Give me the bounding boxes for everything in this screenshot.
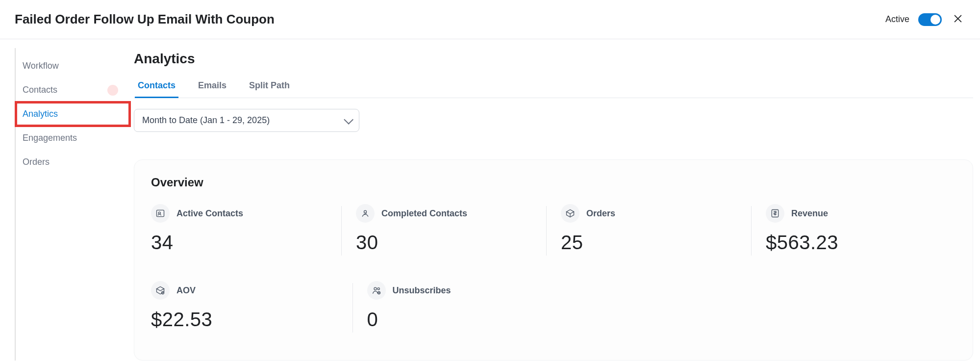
tab-label: Emails — [198, 80, 226, 90]
sidebar-item-workflow[interactable]: Workflow — [16, 54, 130, 78]
overview-card: Overview Active Contacts 34 — [134, 159, 973, 361]
metrics-row-1: Active Contacts 34 Completed Contacts 30 — [151, 204, 956, 254]
unsubscribes-icon — [367, 281, 386, 300]
sidebar-item-contacts[interactable]: Contacts — [16, 78, 130, 102]
svg-point-7 — [374, 287, 377, 290]
date-range-select[interactable]: Month to Date (Jan 1 - 29, 2025) — [134, 109, 359, 132]
body: Workflow Contacts Analytics Engagements … — [0, 39, 980, 361]
sidebar-item-analytics[interactable]: Analytics — [16, 102, 130, 126]
metric-orders: Orders 25 — [546, 204, 751, 254]
metric-value: 0 — [367, 309, 544, 331]
indicator-dot — [107, 85, 118, 96]
sidebar: Workflow Contacts Analytics Engagements … — [15, 48, 130, 361]
metrics-row-2: AOV $22.53 Unsubscribes 0 — [151, 281, 956, 331]
status-label: Active — [885, 14, 909, 25]
header-actions: Active — [885, 13, 965, 26]
tab-contacts[interactable]: Contacts — [138, 76, 176, 98]
completed-icon — [356, 204, 375, 223]
svg-point-3 — [158, 212, 160, 214]
metric-value: 25 — [561, 232, 741, 254]
aov-icon — [151, 281, 170, 300]
sidebar-item-label: Analytics — [23, 109, 58, 119]
metric-completed-contacts: Completed Contacts 30 — [341, 204, 546, 254]
close-icon[interactable] — [951, 13, 965, 26]
header-bar: Failed Order Follow Up Email With Coupon… — [0, 0, 980, 39]
metric-label: AOV — [176, 285, 196, 296]
sidebar-item-orders[interactable]: Orders — [16, 150, 130, 174]
svg-point-4 — [364, 210, 367, 213]
metric-active-contacts: Active Contacts 34 — [151, 204, 341, 254]
metric-unsubscribes: Unsubscribes 0 — [352, 281, 554, 331]
page-title: Failed Order Follow Up Email With Coupon — [15, 12, 275, 27]
metric-label: Revenue — [791, 208, 828, 219]
metric-label: Unsubscribes — [393, 285, 451, 296]
metric-aov: AOV $22.53 — [151, 281, 352, 331]
overview-title: Overview — [151, 176, 956, 189]
tab-label: Split Path — [249, 80, 290, 90]
tab-emails[interactable]: Emails — [198, 76, 226, 98]
contacts-icon — [151, 204, 170, 223]
metric-value: 34 — [151, 232, 331, 254]
metric-label: Orders — [586, 208, 615, 219]
sidebar-item-label: Workflow — [23, 61, 59, 71]
chevron-down-icon — [344, 114, 353, 124]
main: Analytics Contacts Emails Split Path Mon… — [130, 48, 980, 361]
revenue-icon — [766, 204, 784, 223]
sidebar-item-label: Engagements — [23, 133, 77, 143]
sidebar-item-label: Orders — [23, 157, 50, 167]
metric-value: 30 — [356, 232, 536, 254]
tab-split-path[interactable]: Split Path — [249, 76, 290, 98]
tab-label: Contacts — [138, 80, 176, 90]
metric-revenue: Revenue $563.23 — [751, 204, 956, 254]
sidebar-item-label: Contacts — [23, 85, 57, 95]
metric-label: Active Contacts — [176, 208, 243, 219]
sidebar-item-engagements[interactable]: Engagements — [16, 126, 130, 150]
metric-value: $563.23 — [766, 232, 946, 254]
orders-icon — [561, 204, 579, 223]
svg-point-8 — [377, 288, 379, 290]
metric-value: $22.53 — [151, 309, 343, 331]
section-title: Analytics — [134, 51, 973, 67]
tabs: Contacts Emails Split Path — [134, 76, 973, 98]
metric-label: Completed Contacts — [381, 208, 467, 219]
status-toggle[interactable] — [918, 13, 942, 26]
toggle-knob — [930, 15, 940, 25]
date-range-value: Month to Date (Jan 1 - 29, 2025) — [142, 115, 270, 126]
